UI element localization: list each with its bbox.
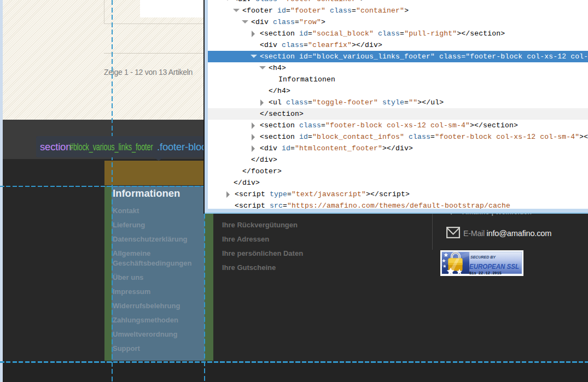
svg-text:EUROPEAN SSL: EUROPEAN SSL: [469, 262, 519, 271]
svg-text:Bis 22.12.2015: Bis 22.12.2015: [469, 271, 502, 275]
svg-text:SECURED BY: SECURED BY: [470, 255, 496, 260]
